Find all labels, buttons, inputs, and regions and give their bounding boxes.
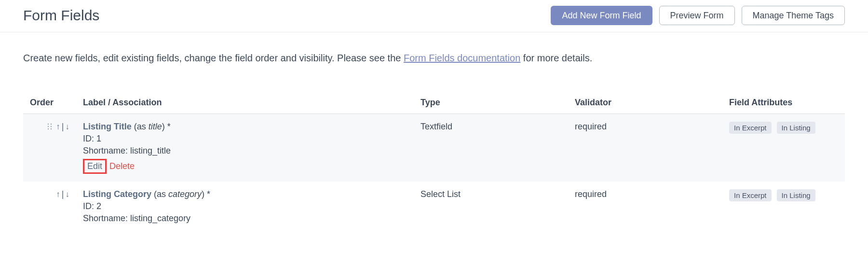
svg-point-5 [51,128,52,129]
field-label-link[interactable]: Listing Title [83,122,132,131]
as-after: ) [202,189,207,199]
description-text-before: Create new fields, edit existing fields,… [23,53,404,63]
page-header: Form Fields Add New Form Field Preview F… [0,0,868,32]
move-down-icon[interactable]: ↓ [66,123,70,131]
column-header-label: Label / Association [76,93,414,114]
move-down-icon[interactable]: ↓ [66,190,70,198]
manage-theme-tags-button[interactable]: Manage Theme Tags [742,6,845,25]
attribute-badge: In Excerpt [729,189,772,201]
column-header-attributes: Field Attributes [722,93,845,114]
header-actions: Add New Form Field Preview Form Manage T… [551,6,845,25]
validator-cell: required [568,114,722,182]
edit-link[interactable]: Edit [87,161,102,171]
as-value: title [149,122,162,131]
page-description: Create new fields, edit existing fields,… [23,53,845,64]
table-row: ↑ | ↓ Listing Category (as category) * I… [23,182,845,231]
page-title: Form Fields [23,7,99,24]
as-before: (as [132,122,149,131]
required-mark: * [167,122,171,131]
documentation-link[interactable]: Form Fields documentation [404,53,520,63]
delete-link[interactable]: Delete [109,161,135,171]
edit-highlight: Edit [83,159,107,174]
id-line: ID: 2 [83,201,407,212]
move-up-icon[interactable]: ↑ [56,190,60,198]
description-text-after: for more details. [520,53,592,63]
attribute-badge: In Listing [777,122,815,134]
move-up-icon[interactable]: ↑ [56,123,60,131]
page-content: Create new fields, edit existing fields,… [0,32,868,252]
preview-form-button[interactable]: Preview Form [659,6,735,25]
form-fields-table: Order Label / Association Type Validator… [23,93,845,231]
column-header-type: Type [414,93,568,114]
column-header-validator: Validator [568,93,722,114]
type-cell: Select List [414,182,568,231]
column-header-order: Order [23,93,76,114]
as-after: ) [162,122,167,131]
type-cell: Textfield [414,114,568,182]
required-mark: * [207,189,210,199]
shortname-line: Shortname: listing_title [83,146,407,156]
shortname-line: Shortname: listing_category [83,213,407,224]
svg-point-0 [48,123,49,124]
svg-point-1 [51,123,52,124]
table-row: ↑ | ↓ Listing Title (as title) * ID: 1 S… [23,114,845,182]
attribute-badge: In Excerpt [729,122,772,134]
field-label-link[interactable]: Listing Category [83,189,151,199]
svg-point-4 [48,128,49,129]
as-before: (as [151,189,168,199]
order-separator: | [61,122,65,132]
drag-handle-icon[interactable] [47,123,52,131]
svg-point-2 [48,126,49,127]
attribute-badge: In Listing [777,189,815,201]
svg-point-3 [51,126,52,127]
as-value: category [168,189,202,199]
id-line: ID: 1 [83,134,407,144]
order-separator: | [61,189,65,199]
validator-cell: required [568,182,722,231]
add-new-form-field-button[interactable]: Add New Form Field [551,6,652,25]
